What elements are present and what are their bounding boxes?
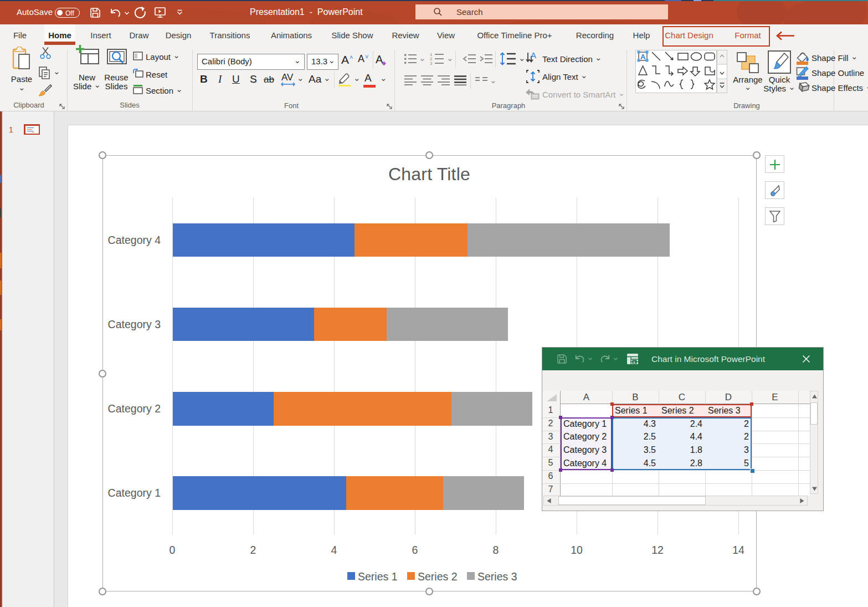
svg-text:x: x <box>633 360 635 364</box>
svg-text:A: A <box>640 53 646 61</box>
svg-text:3: 3 <box>430 61 433 65</box>
svg-text:A: A <box>531 52 536 60</box>
